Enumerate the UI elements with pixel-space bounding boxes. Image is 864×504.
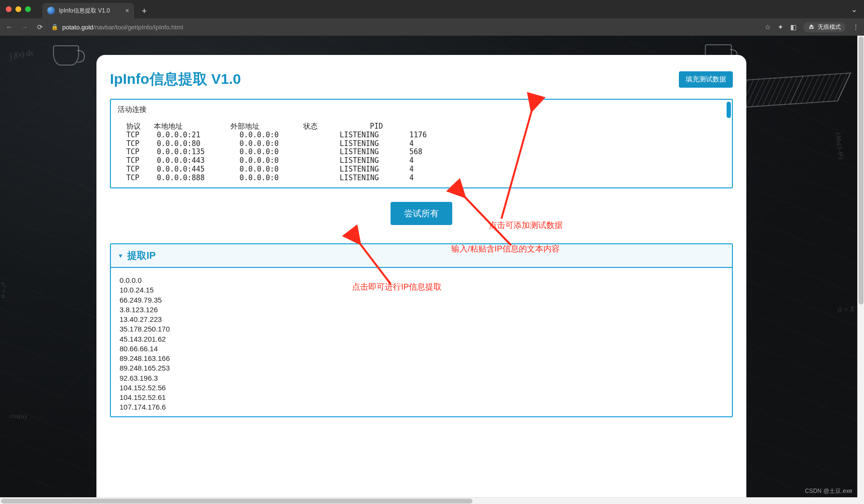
main-card: IpInfo信息提取 V1.0 填充测试数据 尝试所有 ▼ 提取IP 0.0.0… xyxy=(96,55,746,497)
ip-line: 0.0.0.0 xyxy=(120,276,723,285)
ip-line: 45.143.201.62 xyxy=(120,334,723,344)
lock-icon: 🔒 xyxy=(51,24,58,30)
scrollbar-corner xyxy=(857,497,864,504)
panel-icon[interactable]: ◧ xyxy=(790,23,796,31)
caret-down-icon: ▼ xyxy=(118,252,123,259)
ip-line: 104.152.52.56 xyxy=(120,383,723,393)
page-viewport: ∫ f(x) dx x² = a 1Mu(1-θ²) 0 = X cos(α) … xyxy=(0,36,857,497)
window-close-button[interactable] xyxy=(6,6,12,12)
tabs-overflow-icon[interactable]: ⌄ xyxy=(851,5,857,14)
address-bar[interactable]: 🔒 potato.gold/navbar/tool/getIpInfo/IpIn… xyxy=(51,24,758,31)
incognito-label: 无痕模式 xyxy=(818,23,841,31)
extensions-icon[interactable]: ✦ xyxy=(778,23,783,31)
url-host: potato.gold xyxy=(62,24,93,31)
kebab-menu-icon[interactable]: ⋮ xyxy=(852,23,859,31)
try-all-button[interactable]: 尝试所有 xyxy=(391,202,452,225)
ip-list: 0.0.0.010.0.24.1566.249.79.353.8.123.126… xyxy=(111,268,732,416)
url-path: /navbar/tool/getIpInfo/IpInfo.html xyxy=(93,24,183,31)
chalk-doodle: 1Mu(1-θ²) xyxy=(834,131,845,159)
tab-close-icon[interactable]: × xyxy=(125,7,129,14)
ip-line: 80.66.66.14 xyxy=(120,344,723,354)
chalk-doodle: cos(α) xyxy=(9,412,27,421)
ip-source-textarea[interactable] xyxy=(111,100,732,187)
ip-line: 107.174.176.6 xyxy=(120,402,723,412)
new-tab-button[interactable]: + xyxy=(138,6,151,16)
incognito-icon xyxy=(808,24,815,30)
tab-title: IpInfo信息提取 V1.0 xyxy=(59,7,122,15)
page-vertical-scrollbar[interactable] xyxy=(857,36,864,497)
incognito-badge[interactable]: 无痕模式 xyxy=(803,22,846,32)
fill-test-data-button[interactable]: 填充测试数据 xyxy=(679,71,733,88)
browser-toolbar: ← → ⟳ 🔒 potato.gold/navbar/tool/getIpInf… xyxy=(0,18,864,36)
extract-ip-title: 提取IP xyxy=(127,249,156,262)
ip-line: 89.248.163.166 xyxy=(120,354,723,363)
nav-reload-icon[interactable]: ⟳ xyxy=(36,23,44,31)
ruler-doodle xyxy=(728,72,851,108)
nav-back-icon[interactable]: ← xyxy=(5,23,14,31)
nav-forward-icon[interactable]: → xyxy=(20,23,29,31)
page-viewport-wrapper: ∫ f(x) dx x² = a 1Mu(1-θ²) 0 = X cos(α) … xyxy=(0,36,864,504)
window-minimize-button[interactable] xyxy=(15,6,21,12)
page-title: IpInfo信息提取 V1.0 xyxy=(110,69,241,89)
page-horizontal-scrollbar[interactable] xyxy=(0,497,857,504)
chalk-doodle: x² = a xyxy=(0,282,8,299)
chalk-doodle: ∫ f(x) dx xyxy=(9,49,34,61)
input-textarea-container xyxy=(110,99,733,188)
textarea-scrollbar-thumb[interactable] xyxy=(727,102,731,118)
page-vertical-scrollbar-thumb[interactable] xyxy=(859,37,864,305)
mug-doodle xyxy=(53,45,79,66)
browser-tab[interactable]: IpInfo信息提取 V1.0 × xyxy=(42,3,134,18)
window-titlebar: IpInfo信息提取 V1.0 × + ⌄ xyxy=(0,0,864,18)
tab-favicon xyxy=(47,7,55,14)
ip-line: 66.249.79.35 xyxy=(120,295,723,305)
window-maximize-button[interactable] xyxy=(25,6,31,12)
ip-line: 92.63.196.3 xyxy=(120,373,723,383)
ip-line: 13.40.27.223 xyxy=(120,315,723,324)
window-controls xyxy=(6,6,31,12)
ip-line: 35.178.250.170 xyxy=(120,324,723,334)
ip-line: 10.0.24.15 xyxy=(120,285,723,295)
ip-line: 104.152.52.61 xyxy=(120,393,723,402)
extract-ip-section: ▼ 提取IP 0.0.0.010.0.24.1566.249.79.353.8.… xyxy=(110,243,733,417)
extract-ip-header[interactable]: ▼ 提取IP xyxy=(111,244,732,268)
bookmark-star-icon[interactable]: ☆ xyxy=(765,23,771,31)
page-horizontal-scrollbar-thumb[interactable] xyxy=(1,499,472,504)
textarea-scrollbar[interactable] xyxy=(727,101,731,186)
ip-line: 89.248.165.253 xyxy=(120,363,723,373)
ip-line: 3.8.123.126 xyxy=(120,305,723,315)
chalk-doodle: 0 = X xyxy=(837,305,855,314)
